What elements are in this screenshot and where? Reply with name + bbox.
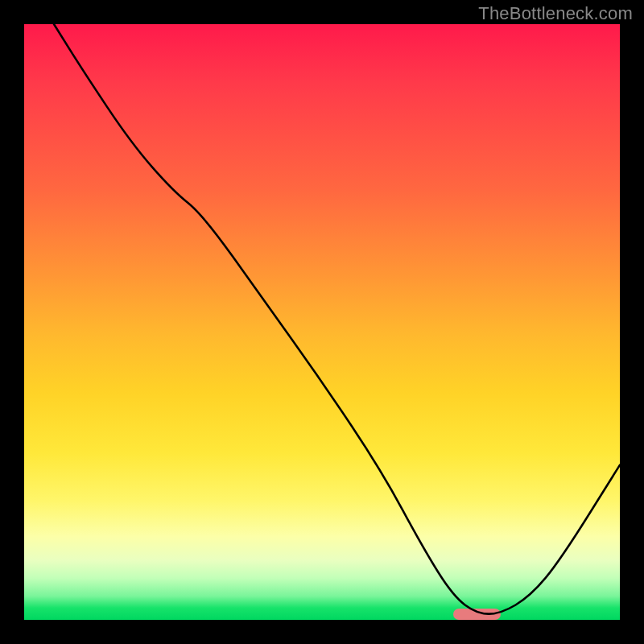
bottleneck-curve bbox=[24, 24, 620, 620]
watermark-text: TheBottleneck.com bbox=[478, 3, 633, 24]
curve-path bbox=[54, 24, 620, 614]
chart-plot-area bbox=[24, 24, 620, 620]
